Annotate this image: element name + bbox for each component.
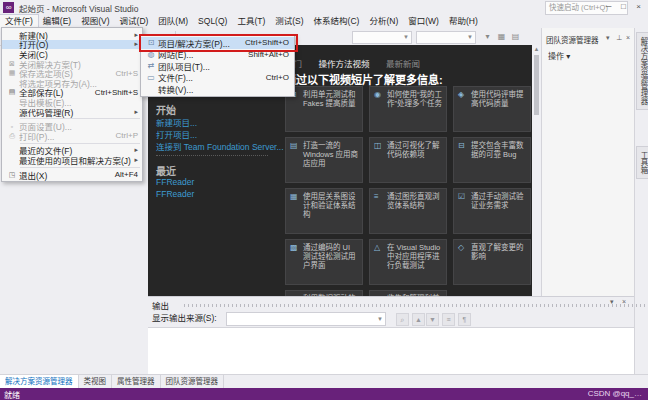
change-impact-icon: ◇ xyxy=(458,243,468,253)
new-project-link[interactable]: 新建项目... xyxy=(156,116,197,128)
submenu-arrow-icon: ▸ xyxy=(131,108,138,116)
start-page-tab-strip: 入门 操作方法视频 最新新闻 xyxy=(285,53,432,71)
maximize-button[interactable]: □ xyxy=(616,0,631,13)
video-tile-label: 直观了解变更的影响 xyxy=(471,243,526,261)
code-review-icon: ◈ xyxy=(458,90,468,100)
video-tile[interactable]: ◉如何使用“我的工作”处理多个任务 xyxy=(369,86,447,132)
project-solution-icon: ⊡ xyxy=(144,38,158,47)
tab-solution-explorer[interactable]: 解决方案资源管理器 xyxy=(0,375,79,388)
tab-latest-news[interactable]: 最新新闻 xyxy=(386,57,420,69)
tab-property-manager[interactable]: 属性管理器 xyxy=(112,375,161,388)
menu-team[interactable]: 团队(M) xyxy=(153,15,193,28)
minimize-button[interactable]: ─ xyxy=(601,0,616,13)
submenu-arrow-icon: ▸ xyxy=(131,156,138,164)
menu-window[interactable]: 窗口(W) xyxy=(403,15,444,28)
coded-ui-test-icon: ▩ xyxy=(290,243,300,253)
find-icon[interactable]: ▾ xyxy=(482,31,493,42)
tab-class-view[interactable]: 类视图 xyxy=(79,375,113,388)
video-tile[interactable]: ≡通过图形直观浏览体系结构 xyxy=(369,188,447,234)
tab-how-to-videos[interactable]: 操作方法视频 xyxy=(318,57,369,69)
dotted-separator xyxy=(156,155,268,156)
chevron-down-icon: ▼ xyxy=(403,32,409,43)
video-tile[interactable]: ⊞利用单元测试和 Fakes 提高质量 xyxy=(285,86,363,132)
scroll-up-icon[interactable]: ▲ xyxy=(532,45,541,54)
close-solution-icon: ⊠ xyxy=(5,60,19,68)
find-message-icon[interactable]: ⌕ xyxy=(396,313,409,326)
solution-config-dropdown[interactable]: ▼ xyxy=(352,31,412,44)
video-tile[interactable]: ▦使用层关系图设计和验证体系结构 xyxy=(285,188,363,234)
video-tile[interactable]: △在 Visual Studio 中对应用程序进行负载测试 xyxy=(369,239,447,285)
output-source-label: 显示输出来源(S): xyxy=(152,311,217,325)
next-message-icon[interactable]: ▼ xyxy=(426,313,439,326)
file-menu-dropdown: 新建(N)▸ 打开(O)▸ 关闭(C) ⊠关闭解决方案(T) ▦保存选定项(S)… xyxy=(1,27,143,182)
side-tab-strip: 解决方案资源管理器 工具箱 xyxy=(634,28,648,374)
video-tile[interactable]: ◫通过可视化了解代码依赖项 xyxy=(369,137,447,183)
menu-architecture[interactable]: 体系结构(C) xyxy=(309,15,365,28)
title-bar: ∞ 起始页 - Microsoft Visual Studio 快速启动 (Ct… xyxy=(0,0,648,15)
architecture-graph-icon: ≡ xyxy=(374,192,384,202)
output-panel: 输出 ▾ × 显示输出来源(S): ▼ ⌕ ▲ ▼ ≡ ¶ xyxy=(148,296,634,375)
submenu-arrow-icon: ▸ xyxy=(131,31,138,39)
open-project-link[interactable]: 打开项目... xyxy=(156,128,197,140)
save-toolbar-icon[interactable]: ▦ xyxy=(496,31,507,42)
video-tile[interactable]: ▩通过编码的 UI 测试轻松测试用户界面 xyxy=(285,239,363,285)
tab-team-explorer[interactable]: 团队资源管理器 xyxy=(161,375,225,388)
recent-project-link[interactable]: FFReader xyxy=(156,189,194,199)
connect-tfs-link[interactable]: 连接到 Team Foundation Server... xyxy=(156,140,284,152)
save-all-icon: ▤ xyxy=(5,88,19,96)
actions-dropdown[interactable]: 操作 ▾ xyxy=(548,50,570,61)
print-icon: ⎙ xyxy=(5,132,19,140)
watermark-text: CSDN @qq_… xyxy=(588,389,642,398)
panel-drag-grip[interactable] xyxy=(184,304,648,307)
recent-project-link[interactable]: FFReader xyxy=(156,177,194,187)
chevron-down-icon[interactable]: ▾ xyxy=(606,34,610,42)
menu-sql[interactable]: SQL(Q) xyxy=(193,15,232,28)
solution-platform-dropdown[interactable]: ▼ xyxy=(416,31,476,44)
video-tile-label: 利用单元测试和 Fakes 提高质量 xyxy=(303,90,358,108)
recent-heading: 最近 xyxy=(156,163,176,178)
menu-analyze[interactable]: 分析(N) xyxy=(364,15,403,28)
menu-tools[interactable]: 工具(T) xyxy=(232,15,270,28)
video-tile[interactable]: ⊟提交包含丰富数据的可靠 Bug xyxy=(453,137,531,183)
bug-report-icon: ⊟ xyxy=(458,141,468,151)
pin-icon[interactable]: ⊥ xyxy=(616,34,622,42)
output-source-dropdown[interactable]: ▼ xyxy=(226,312,386,326)
clear-all-icon[interactable]: ≡ xyxy=(442,313,455,326)
document-scrollbar[interactable]: ▲ xyxy=(532,45,541,298)
menu-help[interactable]: 帮助(H) xyxy=(444,15,483,28)
start-heading: 开始 xyxy=(156,102,176,117)
submenu-item-file[interactable]: ▭文件(F)...Ctrl+O xyxy=(141,72,294,84)
file-menu-item-source-control[interactable]: 源代码管理(R)▸ xyxy=(2,107,142,117)
video-tile-label: 使用层关系图设计和验证体系结构 xyxy=(303,192,358,219)
video-tile[interactable]: ◇直观了解变更的影响 xyxy=(453,239,531,285)
videos-heading: 通过以下视频短片了解更多信息: xyxy=(285,71,443,87)
sidetab-solution-explorer[interactable]: 解决方案资源管理器 xyxy=(636,32,648,110)
close-icon[interactable]: × xyxy=(626,34,630,41)
open-submenu: ⊡项目/解决方案(P)...Ctrl+Shift+O ◍网站(E)...Shif… xyxy=(140,35,295,97)
chevron-down-icon[interactable]: ▾ xyxy=(610,298,614,306)
video-tile[interactable]: ▤打造一流的 Windows 应用商店应用 xyxy=(285,137,363,183)
file-menu-item-exit[interactable]: ◳退出(X)Alt+F4 xyxy=(2,170,142,180)
menu-test[interactable]: 测试(S) xyxy=(270,15,308,28)
manual-test-icon: ☑ xyxy=(458,192,468,202)
video-tile[interactable]: ☑通过手动测试验证业务需求 xyxy=(453,188,531,234)
video-tile-label: 如何使用“我的工作”处理多个任务 xyxy=(387,90,442,108)
video-tile-label: 提交包含丰富数据的可靠 Bug xyxy=(471,141,526,159)
submenu-item-project-solution[interactable]: ⊡项目/解决方案(P)...Ctrl+Shift+O xyxy=(141,37,294,49)
close-button[interactable]: × xyxy=(631,0,646,13)
video-tile-label: 通过可视化了解代码依赖项 xyxy=(387,141,442,159)
file-menu-item-recent-projects[interactable]: 最近使用的项目和解决方案(J)▸ xyxy=(2,155,142,165)
sidetab-toolbox[interactable]: 工具箱 xyxy=(636,146,648,179)
submenu-item-convert[interactable]: 转换(V)... xyxy=(141,83,294,95)
scrollbar-thumb[interactable] xyxy=(534,55,539,115)
close-icon[interactable]: × xyxy=(622,298,626,305)
previous-message-icon[interactable]: ▲ xyxy=(412,313,425,326)
video-tile[interactable]: ◈使用代码评审提高代码质量 xyxy=(453,86,531,132)
output-content[interactable] xyxy=(148,327,634,375)
video-tile-label: 打造一流的 Windows 应用商店应用 xyxy=(303,141,358,168)
file-menu-item-print: ⎙打印(P)...Ctrl+P xyxy=(2,131,142,141)
submenu-item-website[interactable]: ◍网站(E)...Shift+Alt+O xyxy=(141,49,294,61)
word-wrap-icon[interactable]: ¶ xyxy=(458,313,471,326)
submenu-item-team-project[interactable]: ⇄团队项目(T)... xyxy=(141,60,294,72)
save-all-toolbar-icon[interactable]: ▤ xyxy=(510,31,521,42)
